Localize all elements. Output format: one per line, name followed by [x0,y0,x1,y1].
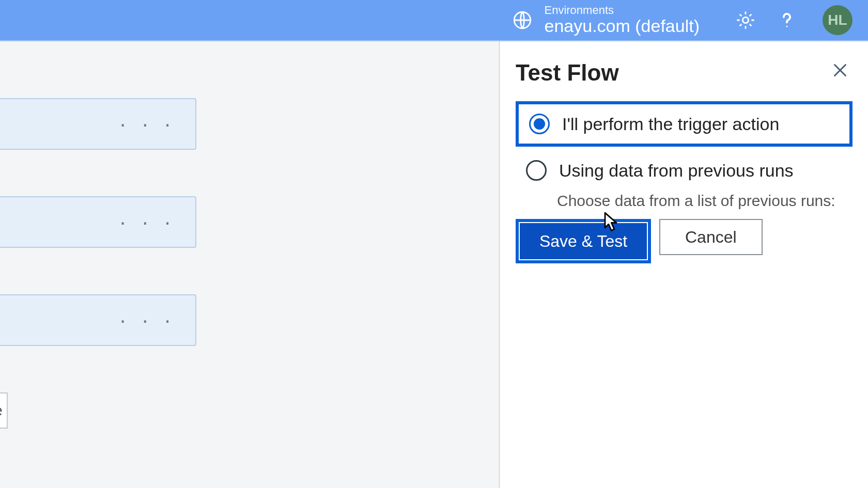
radio-option-previous-runs[interactable]: Using data from previous runs [516,151,853,190]
svg-point-2 [786,26,788,27]
svg-point-1 [742,17,748,23]
environment-label: Environments [545,4,700,17]
cancel-button[interactable]: Cancel [659,219,763,255]
save-test-highlight: Save & Test [516,219,651,263]
new-step-text: e [0,402,3,419]
panel-title: Test Flow [516,60,853,86]
help-icon[interactable] [776,9,798,31]
avatar-initials: HL [828,12,847,28]
flow-step-card[interactable]: · · · [0,98,196,150]
radio-icon [529,114,550,134]
environment-value: enayu.com (default) [545,17,700,36]
environment-selector[interactable]: Environments enayu.com (default) [512,4,700,36]
save-test-button[interactable]: Save & Test [520,223,647,259]
new-step-card[interactable]: e [0,392,8,429]
radio-label: Using data from previous runs [559,161,794,181]
flow-step-card[interactable]: · · · [0,196,196,248]
radio-label: I'll perform the trigger action [562,114,779,134]
radio-icon [526,160,547,181]
flow-step-card[interactable]: · · · [0,294,196,346]
avatar[interactable]: HL [823,5,853,35]
gear-icon[interactable] [735,9,756,31]
close-icon[interactable] [831,61,849,82]
radio-option-manual-trigger[interactable]: I'll perform the trigger action [516,101,853,147]
test-flow-panel: Test Flow I'll perform the trigger actio… [499,41,868,488]
globe-icon [512,9,533,31]
app-header: Environments enayu.com (default) HL [0,0,868,41]
radio-option-subtext: Choose data from a list of previous runs… [557,192,853,210]
flow-canvas: · · · · · · · · · e [0,41,499,488]
